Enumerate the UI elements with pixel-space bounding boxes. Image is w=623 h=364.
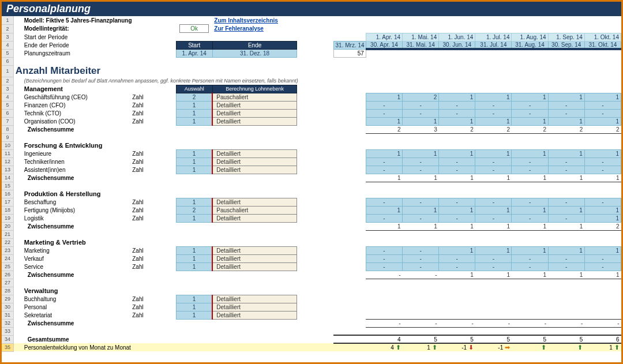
row-3-0-calc[interactable]: Detailliert	[212, 246, 297, 254]
cell[interactable]: -	[512, 198, 548, 206]
row-2-0-sel[interactable]: 1	[176, 198, 212, 206]
cell[interactable]: -	[403, 109, 439, 117]
cell[interactable]: 1	[475, 93, 512, 101]
link-toc[interactable]: Zum Inhaltsverzeichnis	[214, 17, 278, 24]
cell[interactable]: 1	[475, 117, 512, 125]
cell[interactable]: 1	[548, 93, 584, 101]
row-number[interactable]: 3	[2, 85, 13, 93]
cell[interactable]: 1	[439, 93, 475, 101]
cell[interactable]: 1	[475, 149, 512, 157]
row-3-1-sel[interactable]: 1	[176, 254, 212, 262]
cell[interactable]: -	[475, 166, 512, 174]
row-number[interactable]: 13	[2, 166, 13, 174]
cell[interactable]: -	[475, 262, 512, 271]
row-number[interactable]: 32	[2, 319, 13, 327]
cell[interactable]: -	[439, 254, 475, 262]
cell[interactable]: -	[512, 262, 548, 271]
cell[interactable]: -	[366, 262, 402, 271]
row-4-0-calc[interactable]: Detailliert	[212, 295, 297, 303]
row-4-0-sel[interactable]: 1	[176, 295, 212, 303]
cell[interactable]: -	[439, 214, 475, 222]
row-0-1-calc[interactable]: Detailliert	[212, 101, 297, 109]
cell[interactable]: -	[548, 254, 584, 262]
row-number[interactable]: 4	[2, 93, 13, 101]
cell[interactable]: 1	[584, 214, 621, 222]
cell[interactable]: -	[403, 101, 439, 109]
cell[interactable]: -	[584, 157, 621, 166]
cell[interactable]: 1	[512, 93, 548, 101]
cell[interactable]: -	[403, 246, 439, 254]
row-number[interactable]: 31	[2, 311, 13, 319]
row-number[interactable]: 3	[2, 33, 13, 41]
row-0-2-calc[interactable]: Detailliert	[212, 109, 297, 117]
cell[interactable]: -	[439, 262, 475, 271]
cell[interactable]: 1	[439, 117, 475, 125]
cell[interactable]: -	[475, 254, 512, 262]
cell[interactable]: -	[403, 198, 439, 206]
row-0-1-sel[interactable]: 1	[176, 101, 212, 109]
cell[interactable]: 1	[584, 117, 621, 125]
cell[interactable]: -	[475, 157, 512, 166]
cell[interactable]: 1	[584, 149, 621, 157]
row-number[interactable]: 24	[2, 254, 13, 262]
row-3-1-calc[interactable]: Detailliert	[212, 254, 297, 262]
cell[interactable]: -	[366, 214, 402, 222]
cell[interactable]: -	[439, 101, 475, 109]
row-number[interactable]: 6	[2, 57, 13, 65]
cell[interactable]: 1	[548, 117, 584, 125]
cell[interactable]: 1	[512, 117, 548, 125]
cell[interactable]: -	[512, 109, 548, 117]
cell[interactable]: -	[439, 166, 475, 174]
cell[interactable]: 1	[584, 93, 621, 101]
cell[interactable]: -	[366, 157, 402, 166]
cell[interactable]: -	[366, 246, 402, 254]
row-number[interactable]: 29	[2, 295, 13, 303]
cell[interactable]: -	[366, 166, 402, 174]
row-1-1-sel[interactable]: 1	[176, 157, 212, 166]
cell[interactable]: -	[475, 109, 512, 117]
cell[interactable]: -	[512, 214, 548, 222]
cell[interactable]: 1	[548, 149, 584, 157]
cell[interactable]: -	[548, 214, 584, 222]
cell[interactable]: 1	[366, 117, 402, 125]
cell[interactable]: 1	[439, 149, 475, 157]
row-number[interactable]: 19	[2, 214, 13, 222]
row-2-1-calc[interactable]: Pauschaliert	[212, 206, 297, 214]
row-1-1-calc[interactable]: Detailliert	[212, 157, 297, 166]
cell[interactable]: 1	[512, 246, 548, 254]
row-number[interactable]: 17	[2, 198, 13, 206]
row-number[interactable]: 34	[2, 335, 13, 343]
cell[interactable]: -	[366, 254, 402, 262]
cell[interactable]: -	[584, 101, 621, 109]
row-2-2-calc[interactable]: Detailliert	[212, 214, 297, 222]
row-number[interactable]: 12	[2, 157, 13, 166]
cell[interactable]: -	[512, 166, 548, 174]
cell[interactable]: 1	[439, 206, 475, 214]
row-number[interactable]: 22	[2, 238, 13, 246]
cell[interactable]: -	[366, 198, 402, 206]
cell[interactable]: -	[403, 166, 439, 174]
row-number[interactable]: 35	[2, 343, 13, 351]
row-number[interactable]: 21	[2, 230, 13, 238]
row-2-2-sel[interactable]: 1	[176, 214, 212, 222]
cell[interactable]: 1	[366, 206, 402, 214]
row-number[interactable]: 11	[2, 149, 13, 157]
row-number[interactable]: 25	[2, 262, 13, 271]
row-0-0-sel[interactable]: 2	[176, 93, 212, 101]
cell[interactable]: 1	[584, 206, 621, 214]
row-number[interactable]: 23	[2, 246, 13, 254]
cell[interactable]: -	[366, 101, 402, 109]
cell[interactable]: -	[403, 262, 439, 271]
cell[interactable]: -	[403, 254, 439, 262]
cell[interactable]: 2	[403, 93, 439, 101]
cell[interactable]: 1	[366, 93, 402, 101]
row-3-2-calc[interactable]: Detailliert	[212, 262, 297, 271]
row-1-2-sel[interactable]: 1	[176, 166, 212, 174]
row-4-1-calc[interactable]: Detailliert	[212, 303, 297, 311]
row-0-3-sel[interactable]: 1	[176, 117, 212, 125]
row-number[interactable]: 5	[2, 101, 13, 109]
row-number[interactable]: 2	[2, 77, 13, 85]
row-number[interactable]: 14	[2, 174, 13, 182]
plan-end[interactable]: 31. Dez. 18	[212, 49, 297, 57]
cell[interactable]: 1	[548, 246, 584, 254]
